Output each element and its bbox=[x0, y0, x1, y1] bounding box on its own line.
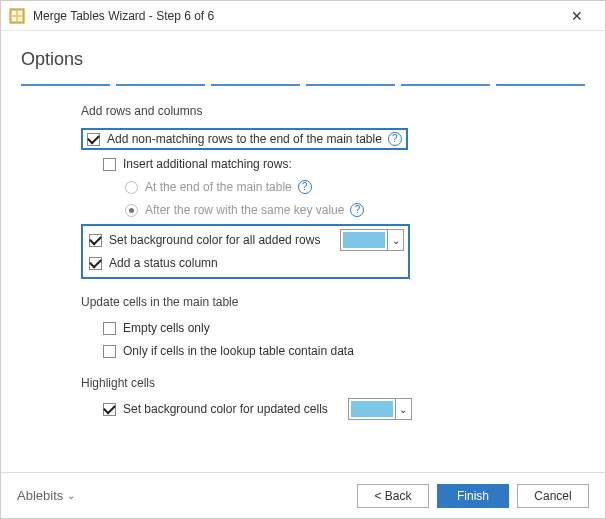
svg-rect-2 bbox=[18, 11, 22, 15]
brand-menu[interactable]: Ablebits ⌄ bbox=[17, 488, 75, 503]
window-title: Merge Tables Wizard - Step 6 of 6 bbox=[33, 9, 557, 23]
color-swatch-updated bbox=[351, 401, 393, 417]
option-non-matching-callout: Add non-matching rows to the end of the … bbox=[81, 128, 408, 150]
option-insert-additional: Insert additional matching rows: bbox=[81, 153, 545, 175]
finish-button[interactable]: Finish bbox=[437, 484, 509, 508]
color-swatch-added bbox=[343, 232, 385, 248]
cancel-button[interactable]: Cancel bbox=[517, 484, 589, 508]
chevron-down-icon: ⌄ bbox=[387, 230, 403, 250]
chevron-down-icon: ⌄ bbox=[67, 490, 75, 501]
page-title: Options bbox=[21, 49, 585, 70]
label-bg-added: Set background color for all added rows bbox=[109, 233, 320, 247]
checkbox-bg-updated[interactable] bbox=[103, 403, 116, 416]
label-non-matching: Add non-matching rows to the end of the … bbox=[107, 132, 382, 146]
app-icon bbox=[9, 8, 25, 24]
label-status-column: Add a status column bbox=[109, 256, 218, 270]
checkbox-insert-additional[interactable] bbox=[103, 158, 116, 171]
color-picker-added[interactable]: ⌄ bbox=[340, 229, 404, 251]
brand-label: Ablebits bbox=[17, 488, 63, 503]
callout-bg-status: Set background color for all added rows … bbox=[81, 224, 410, 279]
checkbox-bg-added[interactable] bbox=[89, 234, 102, 247]
radio-end bbox=[125, 181, 138, 194]
help-icon[interactable]: ? bbox=[350, 203, 364, 217]
content-area: Options Add rows and columns Add non-mat… bbox=[1, 31, 605, 472]
checkbox-status-column[interactable] bbox=[89, 257, 102, 270]
label-bg-updated: Set background color for updated cells bbox=[123, 402, 328, 416]
section-label-highlight: Highlight cells bbox=[81, 376, 545, 390]
option-bg-added: Set background color for all added rows … bbox=[87, 229, 404, 251]
color-picker-updated[interactable]: ⌄ bbox=[348, 398, 412, 420]
radio-after-key-row: After the row with the same key value ? bbox=[81, 199, 545, 221]
help-icon[interactable]: ? bbox=[388, 132, 402, 146]
option-only-if-lookup: Only if cells in the lookup table contai… bbox=[81, 340, 545, 362]
option-bg-updated: Set background color for updated cells ⌄ bbox=[81, 398, 545, 420]
section-add-rows-cols: Add rows and columns Add non-matching ro… bbox=[81, 104, 545, 281]
radio-end-of-main: At the end of the main table ? bbox=[81, 176, 545, 198]
label-radio-end: At the end of the main table bbox=[145, 180, 292, 194]
label-insert-additional: Insert additional matching rows: bbox=[123, 157, 292, 171]
checkbox-empty-only[interactable] bbox=[103, 322, 116, 335]
section-update-cells: Update cells in the main table Empty cel… bbox=[81, 295, 545, 362]
svg-rect-4 bbox=[18, 17, 22, 21]
section-label-update: Update cells in the main table bbox=[81, 295, 545, 309]
label-radio-after-key: After the row with the same key value bbox=[145, 203, 344, 217]
titlebar: Merge Tables Wizard - Step 6 of 6 ✕ bbox=[1, 1, 605, 31]
svg-rect-3 bbox=[12, 17, 16, 21]
close-icon[interactable]: ✕ bbox=[557, 8, 597, 24]
chevron-down-icon: ⌄ bbox=[395, 399, 411, 419]
step-indicator bbox=[21, 84, 585, 86]
radio-after-key bbox=[125, 204, 138, 217]
option-empty-only: Empty cells only bbox=[81, 317, 545, 339]
label-only-if-lookup: Only if cells in the lookup table contai… bbox=[123, 344, 354, 358]
svg-rect-1 bbox=[12, 11, 16, 15]
section-label-addrows: Add rows and columns bbox=[81, 104, 545, 118]
help-icon[interactable]: ? bbox=[298, 180, 312, 194]
label-empty-only: Empty cells only bbox=[123, 321, 210, 335]
checkbox-non-matching[interactable] bbox=[87, 133, 100, 146]
option-status-column: Add a status column bbox=[87, 252, 404, 274]
checkbox-only-if-lookup[interactable] bbox=[103, 345, 116, 358]
back-button[interactable]: < Back bbox=[357, 484, 429, 508]
footer: Ablebits ⌄ < Back Finish Cancel bbox=[1, 472, 605, 518]
section-highlight: Highlight cells Set background color for… bbox=[81, 376, 545, 420]
